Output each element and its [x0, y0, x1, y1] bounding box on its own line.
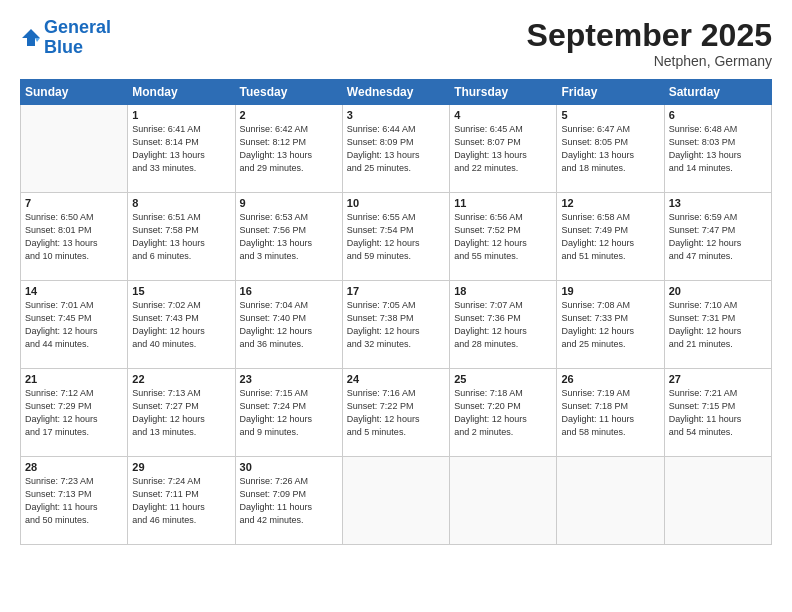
calendar-cell: 18Sunrise: 7:07 AMSunset: 7:36 PMDayligh…: [450, 281, 557, 369]
header-row: SundayMondayTuesdayWednesdayThursdayFrid…: [21, 80, 772, 105]
svg-marker-1: [35, 38, 40, 42]
day-number: 18: [454, 285, 552, 297]
day-number: 21: [25, 373, 123, 385]
calendar-cell: 28Sunrise: 7:23 AMSunset: 7:13 PMDayligh…: [21, 457, 128, 545]
day-number: 6: [669, 109, 767, 121]
calendar-cell: 12Sunrise: 6:58 AMSunset: 7:49 PMDayligh…: [557, 193, 664, 281]
calendar-cell: 14Sunrise: 7:01 AMSunset: 7:45 PMDayligh…: [21, 281, 128, 369]
header-cell-sunday: Sunday: [21, 80, 128, 105]
calendar-body: 1Sunrise: 6:41 AMSunset: 8:14 PMDaylight…: [21, 105, 772, 545]
calendar-cell: 4Sunrise: 6:45 AMSunset: 8:07 PMDaylight…: [450, 105, 557, 193]
calendar-cell: 30Sunrise: 7:26 AMSunset: 7:09 PMDayligh…: [235, 457, 342, 545]
day-info: Sunrise: 6:47 AMSunset: 8:05 PMDaylight:…: [561, 123, 659, 175]
day-number: 12: [561, 197, 659, 209]
logo-text: General Blue: [44, 18, 111, 58]
day-info: Sunrise: 7:12 AMSunset: 7:29 PMDaylight:…: [25, 387, 123, 439]
calendar-cell: 19Sunrise: 7:08 AMSunset: 7:33 PMDayligh…: [557, 281, 664, 369]
calendar-cell: 9Sunrise: 6:53 AMSunset: 7:56 PMDaylight…: [235, 193, 342, 281]
calendar-cell: 29Sunrise: 7:24 AMSunset: 7:11 PMDayligh…: [128, 457, 235, 545]
day-info: Sunrise: 7:23 AMSunset: 7:13 PMDaylight:…: [25, 475, 123, 527]
logo-icon: [20, 27, 42, 49]
week-row-4: 28Sunrise: 7:23 AMSunset: 7:13 PMDayligh…: [21, 457, 772, 545]
page: General Blue September 2025 Netphen, Ger…: [0, 0, 792, 612]
day-number: 7: [25, 197, 123, 209]
day-info: Sunrise: 7:19 AMSunset: 7:18 PMDaylight:…: [561, 387, 659, 439]
calendar-cell: 16Sunrise: 7:04 AMSunset: 7:40 PMDayligh…: [235, 281, 342, 369]
header: General Blue September 2025 Netphen, Ger…: [20, 18, 772, 69]
calendar-cell: 25Sunrise: 7:18 AMSunset: 7:20 PMDayligh…: [450, 369, 557, 457]
day-number: 4: [454, 109, 552, 121]
calendar-cell: 6Sunrise: 6:48 AMSunset: 8:03 PMDaylight…: [664, 105, 771, 193]
calendar-cell: 17Sunrise: 7:05 AMSunset: 7:38 PMDayligh…: [342, 281, 449, 369]
day-info: Sunrise: 7:05 AMSunset: 7:38 PMDaylight:…: [347, 299, 445, 351]
day-number: 11: [454, 197, 552, 209]
day-number: 10: [347, 197, 445, 209]
day-number: 15: [132, 285, 230, 297]
location-subtitle: Netphen, Germany: [527, 53, 772, 69]
day-number: 20: [669, 285, 767, 297]
header-cell-thursday: Thursday: [450, 80, 557, 105]
day-number: 23: [240, 373, 338, 385]
day-info: Sunrise: 6:48 AMSunset: 8:03 PMDaylight:…: [669, 123, 767, 175]
day-number: 17: [347, 285, 445, 297]
day-info: Sunrise: 6:41 AMSunset: 8:14 PMDaylight:…: [132, 123, 230, 175]
day-number: 22: [132, 373, 230, 385]
calendar-cell: [557, 457, 664, 545]
calendar-cell: 5Sunrise: 6:47 AMSunset: 8:05 PMDaylight…: [557, 105, 664, 193]
week-row-1: 7Sunrise: 6:50 AMSunset: 8:01 PMDaylight…: [21, 193, 772, 281]
header-cell-tuesday: Tuesday: [235, 80, 342, 105]
day-info: Sunrise: 7:08 AMSunset: 7:33 PMDaylight:…: [561, 299, 659, 351]
day-number: 5: [561, 109, 659, 121]
calendar-cell: 26Sunrise: 7:19 AMSunset: 7:18 PMDayligh…: [557, 369, 664, 457]
day-number: 25: [454, 373, 552, 385]
day-info: Sunrise: 7:13 AMSunset: 7:27 PMDaylight:…: [132, 387, 230, 439]
day-info: Sunrise: 7:26 AMSunset: 7:09 PMDaylight:…: [240, 475, 338, 527]
day-info: Sunrise: 7:16 AMSunset: 7:22 PMDaylight:…: [347, 387, 445, 439]
calendar-cell: [21, 105, 128, 193]
calendar-cell: 23Sunrise: 7:15 AMSunset: 7:24 PMDayligh…: [235, 369, 342, 457]
header-cell-saturday: Saturday: [664, 80, 771, 105]
day-number: 19: [561, 285, 659, 297]
header-cell-friday: Friday: [557, 80, 664, 105]
calendar-cell: [664, 457, 771, 545]
calendar-table: SundayMondayTuesdayWednesdayThursdayFrid…: [20, 79, 772, 545]
day-info: Sunrise: 7:10 AMSunset: 7:31 PMDaylight:…: [669, 299, 767, 351]
day-info: Sunrise: 7:18 AMSunset: 7:20 PMDaylight:…: [454, 387, 552, 439]
day-number: 3: [347, 109, 445, 121]
day-info: Sunrise: 6:59 AMSunset: 7:47 PMDaylight:…: [669, 211, 767, 263]
svg-marker-0: [22, 29, 40, 46]
day-info: Sunrise: 7:04 AMSunset: 7:40 PMDaylight:…: [240, 299, 338, 351]
week-row-0: 1Sunrise: 6:41 AMSunset: 8:14 PMDaylight…: [21, 105, 772, 193]
logo: General Blue: [20, 18, 111, 58]
day-info: Sunrise: 7:21 AMSunset: 7:15 PMDaylight:…: [669, 387, 767, 439]
day-info: Sunrise: 6:56 AMSunset: 7:52 PMDaylight:…: [454, 211, 552, 263]
day-number: 1: [132, 109, 230, 121]
calendar-cell: [342, 457, 449, 545]
calendar-cell: 7Sunrise: 6:50 AMSunset: 8:01 PMDaylight…: [21, 193, 128, 281]
day-info: Sunrise: 6:58 AMSunset: 7:49 PMDaylight:…: [561, 211, 659, 263]
calendar-cell: 24Sunrise: 7:16 AMSunset: 7:22 PMDayligh…: [342, 369, 449, 457]
day-number: 29: [132, 461, 230, 473]
calendar-cell: 27Sunrise: 7:21 AMSunset: 7:15 PMDayligh…: [664, 369, 771, 457]
day-number: 16: [240, 285, 338, 297]
header-cell-wednesday: Wednesday: [342, 80, 449, 105]
calendar-cell: 11Sunrise: 6:56 AMSunset: 7:52 PMDayligh…: [450, 193, 557, 281]
calendar-cell: 1Sunrise: 6:41 AMSunset: 8:14 PMDaylight…: [128, 105, 235, 193]
day-number: 26: [561, 373, 659, 385]
calendar-cell: 15Sunrise: 7:02 AMSunset: 7:43 PMDayligh…: [128, 281, 235, 369]
day-info: Sunrise: 6:55 AMSunset: 7:54 PMDaylight:…: [347, 211, 445, 263]
day-number: 13: [669, 197, 767, 209]
day-number: 30: [240, 461, 338, 473]
header-cell-monday: Monday: [128, 80, 235, 105]
day-info: Sunrise: 6:42 AMSunset: 8:12 PMDaylight:…: [240, 123, 338, 175]
day-number: 24: [347, 373, 445, 385]
day-info: Sunrise: 7:01 AMSunset: 7:45 PMDaylight:…: [25, 299, 123, 351]
day-number: 14: [25, 285, 123, 297]
day-number: 9: [240, 197, 338, 209]
calendar-cell: 3Sunrise: 6:44 AMSunset: 8:09 PMDaylight…: [342, 105, 449, 193]
day-info: Sunrise: 7:02 AMSunset: 7:43 PMDaylight:…: [132, 299, 230, 351]
week-row-3: 21Sunrise: 7:12 AMSunset: 7:29 PMDayligh…: [21, 369, 772, 457]
day-info: Sunrise: 6:50 AMSunset: 8:01 PMDaylight:…: [25, 211, 123, 263]
day-info: Sunrise: 7:24 AMSunset: 7:11 PMDaylight:…: [132, 475, 230, 527]
day-number: 8: [132, 197, 230, 209]
